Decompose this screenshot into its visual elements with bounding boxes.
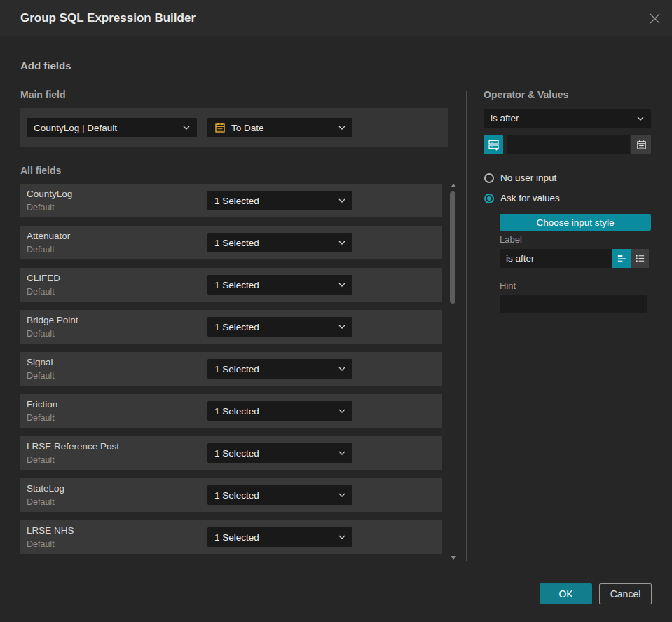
- selection-value: 1 Selected: [214, 238, 259, 248]
- text-input-style-icon: [617, 253, 627, 264]
- field-row-lrse-nhs: LRSE NHS Default 1 Selected: [20, 520, 442, 554]
- all-fields-heading: All fields: [20, 165, 61, 176]
- field-name: CountyLog: [27, 189, 72, 199]
- field-name: LRSE NHS: [27, 525, 74, 536]
- chevron-down-icon: [338, 367, 345, 371]
- field-selection-dropdown[interactable]: 1 Selected: [207, 527, 352, 547]
- field-selection-dropdown[interactable]: 1 Selected: [207, 233, 352, 252]
- field-selection-dropdown[interactable]: 1 Selected: [207, 485, 352, 505]
- value-input[interactable]: [507, 135, 630, 154]
- hint-field-label: Hint: [500, 280, 516, 291]
- radio-selected-icon: [484, 194, 494, 203]
- chevron-down-icon: [338, 126, 345, 130]
- selection-value: 1 Selected: [214, 280, 259, 290]
- label-input[interactable]: [500, 249, 612, 268]
- chevron-down-icon: [338, 283, 345, 287]
- fields-list-scrollbar[interactable]: [449, 182, 457, 561]
- chevron-down-icon: [637, 116, 644, 121]
- date-field-select[interactable]: To Date: [207, 118, 352, 137]
- input-style-list-button[interactable]: [631, 249, 649, 268]
- field-name: LRSE Reference Post: [27, 441, 119, 452]
- field-selection-dropdown[interactable]: 1 Selected: [207, 443, 352, 463]
- selection-value: 1 Selected: [214, 448, 259, 459]
- calendar-icon: [214, 122, 226, 133]
- main-field-select[interactable]: CountyLog | Default: [27, 118, 197, 137]
- radio-label: No user input: [500, 173, 556, 183]
- chevron-down-icon: [338, 535, 345, 539]
- field-sublabel: Default: [27, 371, 55, 381]
- radio-no-user-input[interactable]: No user input: [484, 173, 556, 183]
- dialog-titlebar: Group SQL Expression Builder: [0, 0, 672, 36]
- input-style-text-button[interactable]: [612, 249, 631, 268]
- field-name: Friction: [27, 399, 57, 410]
- field-sublabel: Default: [27, 245, 55, 255]
- field-selection-dropdown[interactable]: 1 Selected: [207, 317, 352, 337]
- field-name: Attenuator: [27, 231, 70, 241]
- field-row-friction: Friction Default 1 Selected: [20, 394, 442, 428]
- field-row-clifed: CLIFED Default 1 Selected: [20, 268, 442, 302]
- selection-value: 1 Selected: [214, 322, 259, 332]
- close-icon: [648, 12, 661, 25]
- field-sublabel: Default: [27, 329, 55, 339]
- radio-ask-for-values[interactable]: Ask for values: [484, 193, 560, 203]
- field-sublabel: Default: [27, 497, 55, 507]
- selection-value: 1 Selected: [214, 532, 259, 543]
- field-selection-dropdown[interactable]: 1 Selected: [207, 191, 352, 210]
- field-stack-icon: [488, 139, 500, 151]
- choose-input-style-button[interactable]: Choose input style: [500, 214, 651, 231]
- panel-divider: [466, 91, 467, 561]
- close-button[interactable]: [645, 9, 664, 27]
- field-selection-dropdown[interactable]: 1 Selected: [207, 275, 352, 295]
- scroll-up-icon[interactable]: [451, 184, 456, 187]
- field-row-statelog: StateLog Default 1 Selected: [20, 478, 442, 512]
- cancel-button[interactable]: Cancel: [599, 583, 652, 604]
- field-sublabel: Default: [27, 413, 55, 423]
- chevron-down-icon: [338, 198, 345, 203]
- field-row-attenuator: Attenuator Default 1 Selected: [20, 226, 442, 259]
- label-field-label: Label: [500, 234, 522, 245]
- selection-value: 1 Selected: [214, 490, 259, 501]
- field-sublabel: Default: [27, 539, 55, 549]
- field-row-countylog: CountyLog Default 1 Selected: [20, 184, 442, 217]
- selection-value: 1 Selected: [214, 406, 259, 417]
- calendar-icon: [636, 140, 647, 150]
- date-picker-button[interactable]: [631, 135, 651, 154]
- field-sublabel: Default: [27, 455, 55, 465]
- field-sublabel: Default: [27, 287, 55, 297]
- operator-values-heading: Operator & Values: [484, 89, 568, 100]
- field-row-bridge-point: Bridge Point Default 1 Selected: [20, 310, 442, 344]
- chevron-down-icon: [183, 126, 190, 130]
- chevron-down-icon: [338, 409, 345, 413]
- field-name: StateLog: [27, 483, 64, 494]
- ok-button[interactable]: OK: [540, 583, 592, 604]
- operator-select-value: is after: [491, 113, 519, 123]
- field-selection-dropdown[interactable]: 1 Selected: [207, 401, 352, 421]
- field-row-signal: Signal Default 1 Selected: [20, 352, 442, 386]
- field-row-lrse-reference-post: LRSE Reference Post Default 1 Selected: [20, 436, 442, 470]
- main-field-heading: Main field: [20, 89, 66, 100]
- field-selection-dropdown[interactable]: 1 Selected: [207, 359, 352, 379]
- operator-select[interactable]: is after: [484, 109, 651, 128]
- chevron-down-icon: [338, 325, 345, 329]
- field-name: CLIFED: [27, 273, 60, 283]
- hint-input[interactable]: [500, 295, 647, 313]
- radio-label: Ask for values: [500, 193, 560, 203]
- field-name: Bridge Point: [27, 315, 78, 325]
- scroll-down-icon[interactable]: [451, 556, 456, 560]
- field-name: Signal: [27, 357, 53, 367]
- main-field-select-value: CountyLog | Default: [34, 123, 117, 133]
- field-sublabel: Default: [27, 203, 55, 212]
- selection-value: 1 Selected: [214, 196, 259, 206]
- main-field-panel: CountyLog | Default To Date: [20, 108, 448, 147]
- chevron-down-icon: [338, 451, 345, 455]
- date-field-select-value: To Date: [231, 123, 264, 133]
- scrollbar-thumb[interactable]: [450, 191, 455, 304]
- choose-value-source-button[interactable]: [484, 135, 503, 154]
- list-input-style-icon: [635, 253, 645, 264]
- radio-unselected-icon: [484, 173, 494, 183]
- chevron-down-icon: [338, 493, 345, 497]
- dialog-title: Group SQL Expression Builder: [20, 0, 196, 36]
- selection-value: 1 Selected: [214, 364, 259, 374]
- chevron-down-icon: [338, 241, 345, 245]
- add-fields-heading: Add fields: [20, 60, 71, 72]
